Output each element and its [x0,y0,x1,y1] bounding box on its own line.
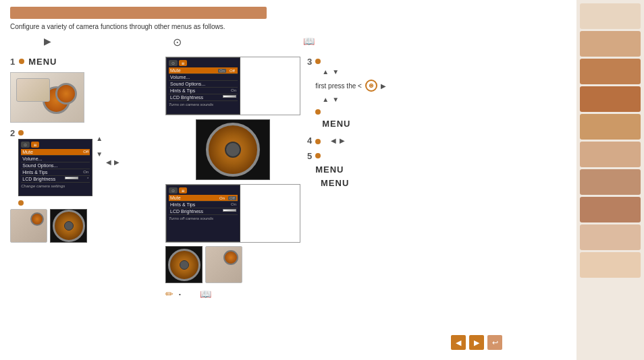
menu-screen-1: ⊙ ᵻᵻ Mute Off Volume... Sound Options... [18,139,92,196]
step1-menu-label: MENU [28,57,57,67]
prev-button[interactable]: ◀ [451,335,466,350]
sidebar-tab-9[interactable] [580,224,641,250]
col-middle: ⊙ ᵻᵻ Mute On Off Volume... Sound Options… [165,57,300,299]
menu-hints-m3: Hints & TipsOn [169,202,238,208]
arrow-down-3b: ▼ [332,96,339,103]
toggle-off-active: Off [228,69,236,73]
step5-dot [315,153,321,158]
menu-hints-m2: Hints & TipsOn [169,88,238,94]
step1-row: 1 MENU [10,57,159,67]
step5-number: 5 [307,151,312,161]
header-bar [10,7,267,19]
step3-content: ▲ ▼ first press the < ⊛ ▶ ▲ ▼ [315,57,386,129]
step2-number: 2 [10,128,15,138]
step3-arrows-ud: ▲ ▼ [322,68,386,76]
thumb-dial-mid [165,246,203,283]
arrow-down-icon: ▼ [96,150,103,158]
sidebar-tab-2[interactable] [580,31,641,57]
first-press-text: first press the < [315,82,362,90]
step3-text-row: first press the < ⊛ ▶ [315,80,386,92]
menu-volume-m2: Volume... [169,74,238,81]
menu-item-lcd: LCD Brightness * [21,176,90,183]
screen-mute-on: ⊙ ᵻᵻ Mute On Off Hints & TipsOn [165,184,300,243]
step5-row: 5 MENU [307,151,566,175]
toggle-on-active: On [218,196,226,200]
sidebar-tab-4[interactable] [580,86,641,112]
brightness-bar-m3 [223,209,236,212]
status-bar-1: Change camera settings [21,184,90,188]
step1-number: 1 [10,57,15,67]
right-sidebar [576,0,644,360]
menu-sound-m2: Sound Options... [169,81,238,88]
brightness-bar-m2 [223,95,236,98]
arrow-right-3: ▶ [381,82,386,90]
arrow-right-4: ▶ [340,137,345,144]
menu-item-hints: Hints & Tips On [21,169,90,176]
step3-menu-label: MENU [322,119,350,129]
step4-number: 4 [307,136,312,146]
step3-dot2 [315,109,321,115]
col-left: 1 MENU 2 [10,57,159,299]
sidebar-tab-1[interactable] [580,3,641,29]
sidebar-tab-10[interactable] [580,252,641,278]
camera-icon: ⊙ [173,36,182,49]
step3-arrows-ud2: ▲ ▼ [322,96,386,103]
step5-menu-standalone: MENU [321,178,566,188]
menu-item-mute: Mute Off [21,149,90,156]
sidebar-tab-3[interactable] [580,59,641,84]
brightness-bar [65,177,78,179]
sidebar-tab-5[interactable] [580,114,641,140]
sidebar-tab-6[interactable] [580,142,641,167]
camera-body-image [10,72,84,123]
home-button[interactable]: ↩ [487,335,502,350]
step5-menu-label-1: MENU [315,164,344,175]
arrow-right-icon: ▶ [114,158,119,166]
bottom-thumbnails [10,209,159,243]
intro-text: Configure a variety of camera functions … [10,23,566,30]
menu-screen-mute-off: ⊙ ᵻᵻ Mute On Off Volume... Sound Options… [166,57,240,115]
next-button[interactable]: ▶ [469,335,484,350]
arrow-left-icon: ◀ [106,158,111,166]
thumb-camera-buttons [10,209,47,243]
menu-mute-off: Mute On Off [169,67,238,74]
menu-item-sound: Sound Options... [21,162,90,169]
step2-dot-1 [18,130,24,136]
step4-row: 4 ◀ ▶ [307,136,566,146]
middle-thumbs [165,246,300,283]
play-icon: ▶ [44,36,51,49]
sidebar-tab-7[interactable] [580,169,641,195]
tab-camera: ⊙ [21,142,30,148]
nav-icons-row: ▶ ⊙ 📖 [10,36,566,49]
info-button-icon: ⊛ [365,80,377,92]
pencil-icon: ✏ [165,289,173,299]
small-dial-mid [168,249,200,281]
control-dial [206,123,260,177]
sidebar-tab-8[interactable] [580,197,641,222]
step2-arrows: ▲ ▼ [96,135,103,158]
step1-content [19,57,24,64]
thumb-camera-mid [205,246,242,283]
step1-dot [19,59,24,64]
status-turns-on: Turns on camera sounds [169,102,238,107]
step3-menu-area: MENU [322,119,386,129]
tab-camera-m3: ⊙ [169,187,178,193]
bullet-dot: • [179,291,181,297]
arrow-up-icon: ▲ [96,135,103,142]
step5-content: MENU [315,151,344,175]
main-content: Configure a variety of camera functions … [0,0,576,360]
menu-screen-mute-on: ⊙ ᵻᵻ Mute On Off Hints & TipsOn [166,185,240,242]
status-turns-off: Turns off camera sounds [169,216,238,220]
tab-settings-m2: ᵻᵻ [179,60,187,66]
menu-lcd-m2: LCD Brightness [169,94,238,101]
book-icon-bottom: 📖 [200,289,211,299]
step3-row: 3 ▲ ▼ first press the < ⊛ ▶ [307,57,566,129]
col-right: 3 ▲ ▼ first press the < ⊛ ▶ [307,57,566,299]
tab-camera-m2: ⊙ [169,60,178,66]
columns-container: 1 MENU 2 [10,57,566,299]
bottom-icons-row: ✏ • 📖 [165,289,300,299]
step5-menu-label-2: MENU [321,178,349,188]
step3-number: 3 [307,57,312,67]
menu-lcd-m3: LCD Brightness [169,208,238,215]
bottom-nav: ◀ ▶ ↩ [451,335,502,350]
toggle-off: Off [228,196,236,200]
